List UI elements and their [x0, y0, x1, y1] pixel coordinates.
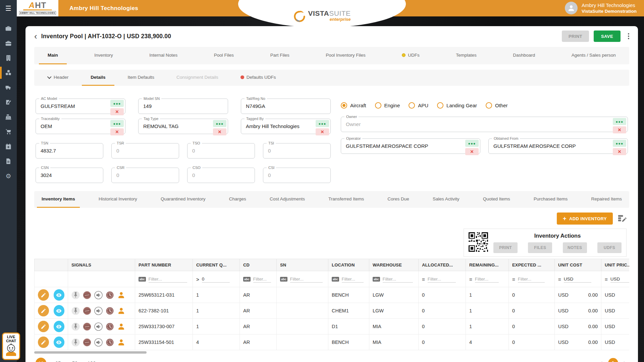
stamp-icon[interactable]: [83, 291, 91, 299]
text-filter-icon[interactable]: abc: [373, 277, 380, 282]
edit-row-button[interactable]: [38, 321, 49, 332]
asset-type-radio[interactable]: Other: [486, 102, 508, 109]
clear-button[interactable]: ✕: [613, 126, 626, 133]
pin-icon[interactable]: [71, 322, 80, 331]
history-icon[interactable]: [106, 338, 114, 347]
equals-filter-icon[interactable]: =: [422, 276, 425, 282]
inventory-tab[interactable]: Historical Inventory: [94, 191, 142, 208]
previous-page-icon[interactable]: ‹: [600, 359, 602, 362]
edit-row-button[interactable]: [38, 305, 49, 316]
tsn-field[interactable]: TSN4832.7: [36, 143, 103, 159]
clear-button[interactable]: ✕: [613, 148, 626, 155]
print-button[interactable]: PRINT: [562, 31, 589, 42]
inventory-tab[interactable]: Purchased Items: [529, 191, 572, 208]
megaphone-icon[interactable]: [94, 322, 103, 331]
clear-button[interactable]: ✕: [110, 128, 124, 135]
page-size-option[interactable]: 10: [36, 358, 46, 362]
more-options-icon[interactable]: [628, 33, 629, 39]
clear-button[interactable]: ✕: [465, 148, 479, 155]
cd-filter-input[interactable]: [253, 276, 271, 283]
sidebar-item-purchasing[interactable]: [0, 124, 17, 139]
page-size-option[interactable]: 50: [70, 360, 79, 362]
asset-type-radio[interactable]: APU: [409, 102, 428, 109]
sub-tab[interactable]: Details: [82, 70, 114, 86]
view-row-button[interactable]: [54, 289, 65, 301]
panel-action-button[interactable]: NOTES: [563, 242, 587, 253]
text-filter-icon[interactable]: abc: [139, 277, 146, 282]
sidebar-item-inventory[interactable]: [0, 65, 17, 80]
sidebar-item-scheduling[interactable]: [0, 139, 17, 154]
column-header[interactable]: CURRENT Q...: [193, 259, 240, 271]
asset-type-radio[interactable]: Aircraft: [341, 102, 366, 109]
main-tab[interactable]: Pool Files: [205, 47, 243, 64]
user-menu[interactable]: Ambry Hill Technologies VistaSuite Demon…: [565, 2, 637, 14]
asset-type-radio[interactable]: Landing Gear: [437, 102, 477, 109]
sidebar-item-settings[interactable]: ⚙: [0, 169, 17, 183]
person-icon[interactable]: [117, 291, 125, 299]
tsr-field[interactable]: TSR0: [111, 143, 179, 159]
equals-filter-icon[interactable]: =: [558, 276, 561, 282]
person-icon[interactable]: [117, 322, 125, 331]
csn-field[interactable]: CSN3024: [36, 168, 103, 183]
ac-model-field[interactable]: AC Model GULFSTREAM ●●●✕: [36, 99, 125, 114]
page-size-option[interactable]: 25: [54, 360, 62, 362]
lookup-button[interactable]: ●●●: [110, 120, 124, 127]
sidebar-item-briefcase[interactable]: [0, 21, 17, 36]
sub-tab[interactable]: Item Defaults: [119, 70, 163, 86]
inventory-tab[interactable]: Quarantined Inventory: [156, 191, 210, 208]
lookup-button[interactable]: ●●●: [110, 100, 124, 107]
main-tab[interactable]: Internal Notes: [141, 47, 186, 64]
panel-action-button[interactable]: PRINT: [493, 242, 518, 253]
equals-filter-icon[interactable]: =: [605, 276, 608, 282]
column-header[interactable]: PART NUMBER: [135, 259, 193, 271]
megaphone-icon[interactable]: [94, 338, 103, 347]
history-icon[interactable]: [106, 291, 114, 299]
column-header[interactable]: EXPECTED ...: [509, 259, 555, 271]
equals-filter-icon[interactable]: =: [469, 276, 472, 282]
history-icon[interactable]: [106, 322, 114, 331]
live-chat-widget[interactable]: LIVE CHAT: [2, 333, 20, 360]
lookup-button[interactable]: ●●●: [613, 140, 626, 147]
lookup-button[interactable]: ●●●: [613, 118, 626, 125]
column-header[interactable]: SN: [277, 259, 328, 271]
grid-edit-icon[interactable]: [618, 214, 627, 224]
add-inventory-button[interactable]: + ADD INVENTORY: [557, 213, 613, 225]
inventory-tab[interactable]: Charges: [224, 191, 251, 208]
table-row[interactable]: 622-7382-101 1 AR CHEM1 LGW 0 1 0 USD0.0…: [35, 303, 630, 319]
sub-tab[interactable]: Header: [40, 70, 77, 86]
sn-filter-input[interactable]: [290, 276, 323, 283]
cso-field[interactable]: CSO0: [187, 168, 255, 183]
main-tab[interactable]: Main: [39, 47, 67, 64]
edit-row-button[interactable]: [38, 289, 49, 301]
column-header[interactable]: UNIT PRIC...: [601, 259, 630, 271]
tso-field[interactable]: TSO0: [187, 143, 255, 159]
tail-reg-field[interactable]: Tail/Reg No N749GA: [241, 99, 331, 114]
obtained-from-field[interactable]: Obtained From GULFSTREAM AEROSPACE CORP …: [488, 138, 628, 154]
qty-filter-input[interactable]: [202, 276, 230, 283]
main-tab[interactable]: Templates: [447, 47, 485, 64]
panel-action-button[interactable]: UDFS: [597, 242, 622, 253]
sidebar-item-building[interactable]: [0, 51, 17, 65]
view-row-button[interactable]: [54, 337, 65, 348]
lookup-button[interactable]: ●●●: [465, 140, 479, 147]
pin-icon[interactable]: [71, 338, 80, 347]
tag-type-field[interactable]: Tag Type REMOVAL TAG ●●●✕: [138, 119, 228, 134]
clear-button[interactable]: ✕: [213, 128, 226, 135]
column-header[interactable]: WAREHOUSE: [369, 259, 419, 271]
remaining-filter-input[interactable]: [475, 276, 499, 283]
sidebar-item-pos[interactable]: [0, 110, 17, 124]
column-header[interactable]: CD: [240, 259, 277, 271]
page-size-option[interactable]: 100: [87, 360, 96, 362]
pin-icon[interactable]: [71, 307, 80, 315]
column-header[interactable]: ALLOCATED...: [419, 259, 466, 271]
back-button[interactable]: ‹: [34, 32, 37, 41]
table-row[interactable]: 25W331730-007 1 AR D1 MIA 0 1 0 USD0.00 …: [35, 319, 630, 335]
lookup-button[interactable]: ●●●: [213, 120, 226, 127]
hamburger-menu-icon[interactable]: ☰: [0, 0, 17, 16]
tagged-by-field[interactable]: Tagged By Ambry Hill Technologies ●●●✕: [241, 119, 331, 134]
csr-field[interactable]: CSR0: [111, 168, 179, 183]
main-tab[interactable]: Part Files: [262, 47, 298, 64]
clear-button[interactable]: ✕: [316, 128, 329, 135]
greater-than-filter-icon[interactable]: >: [196, 276, 199, 282]
text-filter-icon[interactable]: abc: [332, 277, 339, 282]
